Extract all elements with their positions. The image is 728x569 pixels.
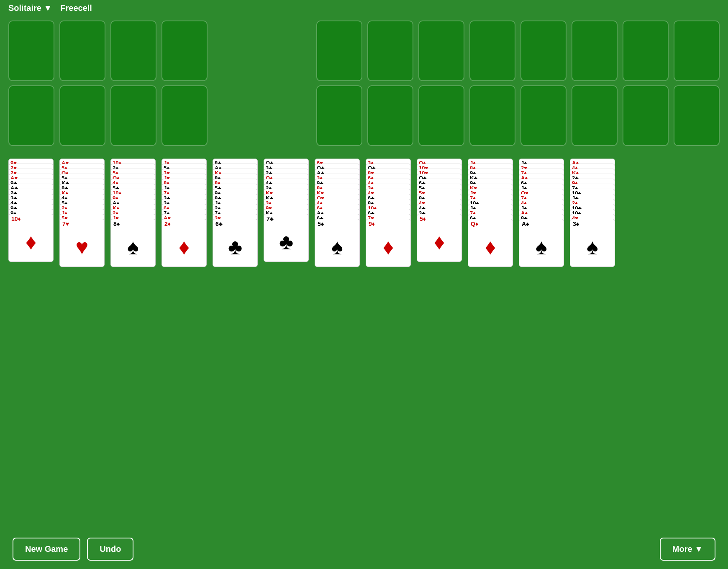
table-row[interactable]: Q♦♦ (468, 219, 513, 267)
extra-foundation-8[interactable] (674, 85, 720, 146)
spacer (213, 21, 311, 81)
extra-cells-row (8, 85, 720, 146)
foundation-6[interactable] (572, 21, 618, 81)
column-12[interactable]: A♦4♦K♦2♣9♦7♠10♠J♣2♦10♣10♠4♥3♠♠ (570, 159, 616, 267)
foundation-1[interactable] (316, 21, 362, 81)
column-9[interactable]: Q♦10♥10♥Q♣6♣5♠5♥8♠4♥4♣3♣5♦♦ (417, 159, 463, 267)
extra-foundation-4[interactable] (469, 85, 515, 146)
free-cell-1[interactable] (8, 21, 54, 81)
free-cell-3[interactable] (110, 21, 156, 81)
extra-foundation-6[interactable] (572, 85, 618, 146)
column-2[interactable]: A♥5♦Q♦5♠K♣8♣K♦4♠5♠2♦J♦5♥7♥♥ (59, 159, 105, 267)
table-row[interactable]: 10♦♦ (8, 214, 54, 262)
undo-button[interactable]: Undo (87, 538, 133, 561)
foundation-3[interactable] (418, 21, 464, 81)
column-10[interactable]: J♦8♦9♠K♣9♠K♥J♥7♦10♠J♠7♦6♠Q♦♦ (468, 159, 514, 267)
extra-foundation-2[interactable] (367, 85, 413, 146)
extra-foundation-3[interactable] (418, 85, 464, 146)
column-5[interactable]: 8♣A♠K♦8♠8♦5♣9♠8♣J♠2♠7♠3♥6♣♣ (213, 159, 259, 267)
free-cell-2[interactable] (59, 21, 105, 81)
column-7[interactable]: 6♥Q♣A♣3♦9♣8♦K♥Q♥4♦6♦A♠6♣5♠♠ (315, 159, 361, 267)
table-row[interactable]: 5♠♠ (315, 219, 360, 267)
table-row[interactable]: 3♠♠ (570, 219, 615, 267)
table-row[interactable]: 5♦♦ (417, 214, 462, 262)
foundation-5[interactable] (520, 21, 567, 81)
table-row[interactable]: 7♣♣ (264, 214, 309, 262)
header: Solitaire ▼ Freecell (0, 0, 728, 16)
table-row[interactable]: 2♦♦ (161, 219, 207, 267)
extra-cell-2[interactable] (59, 85, 105, 146)
table-row[interactable]: 7♥♥ (59, 219, 105, 267)
free-cell-4[interactable] (161, 21, 208, 81)
column-11[interactable]: J♠2♥7♦A♦6♠J♠Q♥7♦4♦J♠A♦8♣A♠♠ (519, 159, 565, 267)
extra-cell-1[interactable] (8, 85, 54, 146)
foundation-8[interactable] (674, 21, 720, 81)
foundation-7[interactable] (623, 21, 669, 81)
column-3[interactable]: 10♦2♠5♦Q♦4♦5♣10♦9♦A♠K♦2♦J♥8♠♠ (110, 159, 156, 267)
column-4[interactable]: J♦5♠3♥J♥8♦J♠7♦3♣3♠6♦7♠A♥2♦♦ (161, 159, 208, 267)
column-6[interactable]: Q♣3♣2♣Q♦4♣2♠K♥K♣3♦9♥K♠7♣♣ (264, 159, 310, 267)
new-game-button[interactable]: New Game (13, 538, 80, 561)
column-8[interactable]: 3♦Q♣8♥6♦4♦3♦4♥6♣8♠10♦6♣7♥9♦♦ (366, 159, 412, 267)
game-area (0, 16, 728, 154)
game-title: Freecell (60, 3, 92, 13)
table-row[interactable]: A♠♠ (519, 219, 564, 267)
extra-cell-4[interactable] (161, 85, 208, 146)
more-button[interactable]: More ▼ (660, 538, 715, 561)
extra-foundation-5[interactable] (520, 85, 567, 146)
foundation-2[interactable] (367, 21, 413, 81)
bottom-bar: New Game Undo More ▼ (0, 529, 728, 569)
extra-foundation-7[interactable] (623, 85, 669, 146)
free-cells-row (8, 21, 720, 81)
table-row[interactable]: 6♣♣ (213, 219, 258, 267)
table-row[interactable]: 8♠♠ (110, 219, 156, 267)
table-row[interactable]: 9♦♦ (366, 219, 411, 267)
solitaire-label: Solitaire ▼ (8, 3, 52, 13)
extra-foundation-1[interactable] (316, 85, 362, 146)
spacer2 (213, 85, 311, 146)
column-1[interactable]: 9♥2♥2♥A♥9♣A♣2♣3♣4♣9♣9♠10♦♦ (8, 159, 54, 267)
foundation-4[interactable] (469, 21, 515, 81)
card-columns: 9♥2♥2♥A♥9♣A♣2♣3♣4♣9♣9♠10♦♦A♥5♦Q♦5♠K♣8♣K♦… (0, 159, 728, 267)
solitaire-menu[interactable]: Solitaire ▼ (8, 3, 52, 13)
extra-cell-3[interactable] (110, 85, 156, 146)
